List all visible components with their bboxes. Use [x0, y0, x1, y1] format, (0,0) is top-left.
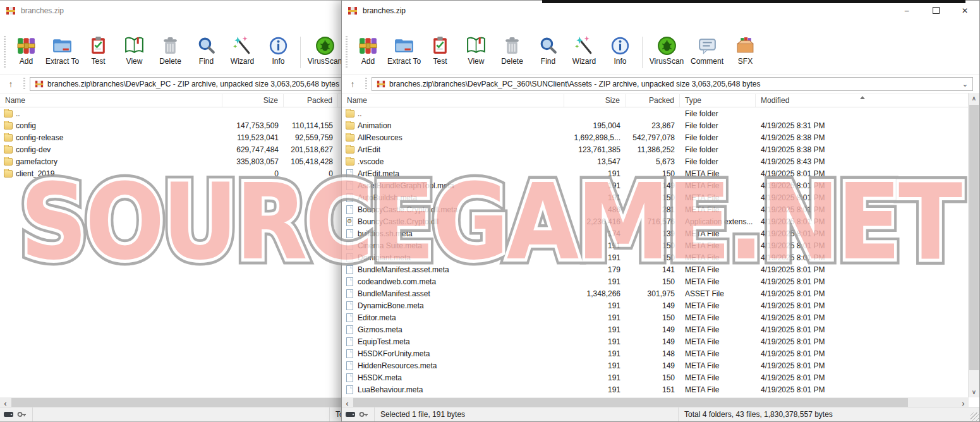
file-row[interactable]: BouncyCastle.Crypto.dll.meta 486 281 MET… — [342, 203, 969, 215]
file-type: META File — [680, 349, 756, 358]
file-type-icon — [346, 134, 354, 142]
vertical-scrollbar[interactable] — [968, 93, 979, 397]
file-size: 147,753,509 — [222, 121, 284, 130]
info-icon — [610, 35, 631, 56]
file-name: Animation — [358, 121, 391, 130]
virusscan-button[interactable]: VirusScan — [305, 33, 345, 66]
view-button[interactable]: View — [458, 33, 494, 66]
file-row[interactable]: H5SDK.meta 191 150 META File 4/19/2025 8… — [342, 371, 969, 383]
file-row[interactable]: AllResources 1,692,898,5... 542,797,078 … — [342, 131, 969, 143]
up-one-level-button[interactable] — [344, 77, 361, 91]
up-one-level-button[interactable] — [3, 77, 19, 91]
file-row[interactable]: BundleManifest.asset 1,348,266 301,975 A… — [342, 287, 969, 299]
comment-button[interactable]: Comment — [687, 33, 727, 66]
info-button[interactable]: Info — [260, 33, 296, 66]
info-button[interactable]: Info — [602, 33, 638, 66]
close-button[interactable]: ✕ — [950, 1, 979, 20]
column-header-name[interactable]: Name — [342, 94, 564, 107]
file-row[interactable]: .. File folder — [342, 107, 969, 119]
virusscan-button[interactable]: VirusScan — [646, 33, 687, 66]
background-window-edge — [542, 0, 965, 3]
file-row[interactable]: H5SDKForUnity.meta 191 148 META File 4/1… — [342, 347, 969, 359]
file-name: HiddenResources.meta — [358, 361, 437, 370]
file-row[interactable]: .vscode 13,547 5,673 File folder 4/19/20… — [342, 155, 969, 167]
file-row[interactable]: HiddenResources.meta 191 149 META File 4… — [342, 359, 969, 371]
find-button[interactable]: Find — [530, 33, 566, 66]
column-header-size[interactable]: Size — [222, 94, 284, 107]
file-name: Editor.meta — [358, 313, 396, 322]
file-size: 123,761,385 — [564, 145, 626, 154]
file-row[interactable]: DynamicBone.meta 191 149 META File 4/19/… — [342, 299, 969, 311]
extract-to-button[interactable]: Extract To — [44, 33, 80, 66]
delete-button[interactable]: Delete — [494, 33, 530, 66]
file-row[interactable]: AssetBundleGraphTool.meta 191 149 META F… — [342, 179, 969, 191]
add-button[interactable]: Add — [8, 33, 44, 66]
file-type-icon — [346, 122, 354, 130]
extract-folder-icon — [394, 35, 414, 56]
file-packed: 149 — [626, 181, 680, 190]
file-type-icon — [346, 169, 353, 178]
column-header-size[interactable]: Size — [564, 94, 626, 107]
titlebar[interactable]: branches.zip – ✕ — [342, 1, 979, 20]
file-row[interactable]: Demigiant.meta 191 150 META File 4/19/20… — [342, 251, 969, 263]
file-packed: 150 — [626, 253, 680, 262]
toolbar-separator — [300, 37, 301, 68]
maximize-button[interactable] — [921, 1, 950, 20]
sfx-button[interactable]: SFX — [727, 33, 763, 66]
file-modified: 4/19/2025 8:01 PM — [756, 253, 969, 262]
file-name: gamefactory — [16, 157, 57, 166]
file-row[interactable]: codeandweb.com.meta 191 150 META File 4/… — [342, 275, 969, 287]
address-bar[interactable]: branches.zip\branches\DevPack_PC_360\SUN… — [372, 77, 973, 91]
find-button[interactable]: Find — [188, 33, 224, 66]
column-header-type[interactable]: Type — [680, 94, 756, 107]
file-name: EquipTest.meta — [358, 337, 410, 346]
test-button[interactable]: Test — [422, 33, 458, 66]
delete-button[interactable]: Delete — [152, 33, 188, 66]
file-type: ASSET File — [680, 289, 756, 298]
file-row[interactable]: Gizmos.meta 191 149 META File 4/19/2025 … — [342, 323, 969, 335]
file-row[interactable]: AutoBuildsh.meta 191 150 META File 4/19/… — [342, 191, 969, 203]
address-row: branches.zip\branches\DevPack_PC_360\SUN… — [342, 75, 979, 94]
file-row[interactable]: Cinema Suite.meta 191 150 META File 4/19… — [342, 239, 969, 251]
wizard-button[interactable]: Wizard — [224, 33, 260, 66]
file-packed: 150 — [626, 169, 680, 178]
file-modified: 4/19/2025 8:38 PM — [756, 145, 969, 154]
file-packed: 150 — [626, 373, 680, 382]
wizard-button[interactable]: Wizard — [566, 33, 602, 66]
resize-grip[interactable] — [971, 413, 979, 421]
file-row[interactable]: ArtEdit.meta 191 150 META File 4/19/2025… — [342, 167, 969, 179]
file-type-icon — [346, 146, 354, 154]
file-row[interactable]: EquipTest.meta 191 149 META File 4/19/20… — [342, 335, 969, 347]
test-button[interactable]: Test — [80, 33, 116, 66]
minimize-button[interactable]: – — [892, 1, 921, 20]
find-magnifier-icon — [196, 35, 217, 56]
file-row[interactable]: Animation 195,004 23,867 File folder 4/1… — [342, 119, 969, 131]
scrollbar-thumb[interactable] — [969, 105, 979, 370]
file-row[interactable]: LuaBehaviour.meta 191 151 META File 4/19… — [342, 383, 969, 395]
scroll-up-icon[interactable] — [969, 93, 979, 104]
file-row[interactable]: ArtEdit 123,761,385 11,386,252 File fold… — [342, 143, 969, 155]
file-packed: 5,673 — [626, 157, 680, 166]
extract-to-button[interactable]: Extract To — [386, 33, 422, 66]
view-book-icon — [466, 35, 487, 56]
file-modified: 4/19/2025 8:01 PM — [756, 373, 969, 382]
file-type-icon — [346, 205, 353, 214]
address-dropdown-icon[interactable] — [962, 80, 968, 88]
file-packed: 105,418,428 — [284, 157, 338, 166]
file-row[interactable]: buildios.sh.meta 174 139 META File 4/19/… — [342, 227, 969, 239]
file-type-icon — [346, 253, 353, 262]
file-type: META File — [680, 301, 756, 310]
file-type-icon — [346, 110, 354, 118]
view-button[interactable]: View — [116, 33, 152, 66]
file-type: META File — [680, 313, 756, 322]
file-row[interactable]: Editor.meta 191 150 META File 4/19/2025 … — [342, 311, 969, 323]
column-header-name[interactable]: Name — [0, 94, 222, 107]
wizard-wand-icon — [232, 35, 253, 56]
column-header-packed[interactable]: Packed — [626, 94, 680, 107]
file-row[interactable]: BundleManifest.asset.meta 179 141 META F… — [342, 263, 969, 275]
file-size: 191 — [564, 325, 626, 334]
scroll-down-icon[interactable] — [969, 387, 979, 397]
file-row[interactable]: BouncyCastle.Crypto.dll 2,236,416 716,57… — [342, 215, 969, 227]
add-button[interactable]: Add — [350, 33, 386, 66]
column-header-packed[interactable]: Packed — [284, 94, 338, 107]
